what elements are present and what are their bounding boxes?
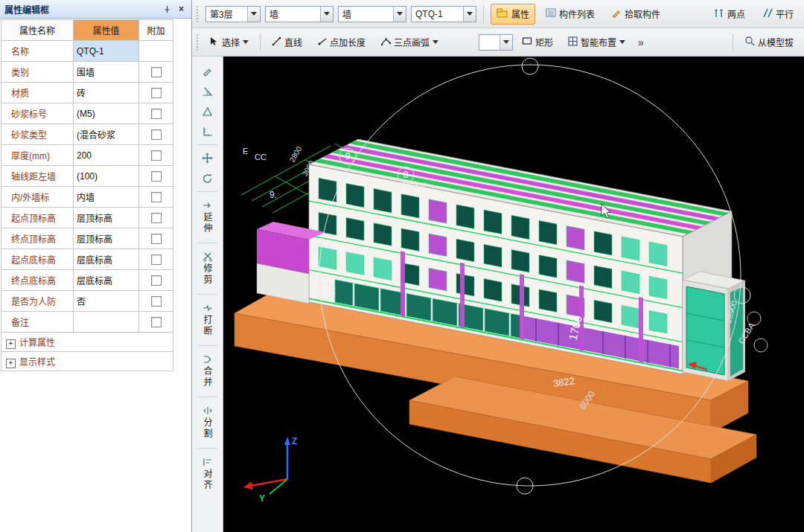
prop-value[interactable]: 层顶标高 xyxy=(74,228,139,249)
table-row: 内/外墙标 内墙 xyxy=(1,187,173,208)
prop-name: 材质 xyxy=(1,83,74,103)
two-points-button[interactable]: 两点 xyxy=(707,4,751,25)
parallel-label: 平行 xyxy=(776,7,794,20)
prop-value[interactable]: (M5) xyxy=(74,103,139,124)
smart-layout-button[interactable]: 智能布置 xyxy=(562,32,631,53)
triangle-ruler-icon[interactable] xyxy=(197,102,218,121)
axis-label-cca7: CC(A)7 xyxy=(399,182,427,190)
point-length-icon xyxy=(317,36,327,48)
table-header-row: 属性名称 属性值 附加 xyxy=(1,20,173,41)
attach-checkbox[interactable] xyxy=(151,109,162,119)
prop-value[interactable]: 层底标高 xyxy=(74,270,139,291)
attach-checkbox[interactable] xyxy=(151,150,162,161)
table-row: 砂浆类型 (混合砂浆 xyxy=(1,124,173,145)
chevron-more-icon: » xyxy=(638,36,644,48)
tool-merge-label: 合并 xyxy=(201,366,214,388)
component-select[interactable]: QTQ-1 xyxy=(411,6,476,22)
floor-select[interactable]: 第3层 xyxy=(205,6,261,22)
prop-name: 类别 xyxy=(1,62,74,83)
parallel-button[interactable]: 平行 xyxy=(756,4,800,25)
element-subtype-select[interactable]: 墙 xyxy=(338,6,406,22)
prop-value[interactable]: 200 xyxy=(74,145,139,166)
properties-button[interactable]: 属性 xyxy=(491,4,535,25)
axes-icon[interactable] xyxy=(197,122,218,141)
attach-checkbox[interactable] xyxy=(151,254,162,265)
close-icon[interactable]: × xyxy=(174,2,188,16)
tool-split[interactable]: 分割 xyxy=(200,405,214,440)
side-toolstrip: 延伸 修剪 打断 合并 分割 对齐 xyxy=(192,57,223,532)
prop-value[interactable]: QTQ-1 xyxy=(74,41,139,62)
chevron-down-icon xyxy=(619,40,625,44)
prop-value[interactable]: (100) xyxy=(74,166,139,187)
select-button[interactable]: 选择 xyxy=(204,32,255,53)
angle-measure-icon[interactable] xyxy=(197,82,218,100)
header-name: 属性名称 xyxy=(1,20,74,41)
pin-icon[interactable] xyxy=(160,2,174,16)
toolbar-overflow-button[interactable]: » xyxy=(634,32,648,53)
header-value: 属性值 xyxy=(74,20,139,41)
tool-align[interactable]: 对齐 xyxy=(200,456,214,492)
list-icon xyxy=(546,8,556,19)
line-tool-button[interactable]: 直线 xyxy=(266,32,308,53)
expand-plus-icon[interactable]: + xyxy=(6,359,16,368)
orbit-handle[interactable] xyxy=(522,58,538,74)
prop-name: 起点底标高 xyxy=(1,249,74,270)
tool-break[interactable]: 打断 xyxy=(200,302,214,338)
prop-value[interactable]: 砖 xyxy=(74,83,139,103)
from-model-button[interactable]: 从模型拔 xyxy=(738,32,800,53)
rotate-orbit-icon[interactable] xyxy=(197,169,218,188)
prop-value[interactable]: 层底标高 xyxy=(74,249,139,270)
prop-value[interactable] xyxy=(74,312,139,333)
component-list-button[interactable]: 构件列表 xyxy=(540,4,601,25)
tool-merge[interactable]: 合并 xyxy=(200,353,214,389)
attach-checkbox[interactable] xyxy=(151,234,162,244)
element-type-select[interactable]: 墙 xyxy=(265,6,334,22)
point-length-button[interactable]: 点加长度 xyxy=(311,32,371,53)
arc-mode-select[interactable] xyxy=(479,34,513,51)
table-row: 轴线距左墙 (100) xyxy=(1,166,173,187)
toolbar-draw: 选择 直线 点加长度 三点画弧 xyxy=(192,28,804,57)
prop-value[interactable]: 否 xyxy=(74,291,139,312)
pan-move-icon[interactable] xyxy=(197,149,218,167)
tool-extend-label: 延伸 xyxy=(201,212,214,234)
expand-plus-icon[interactable]: + xyxy=(6,339,16,349)
rectangle-tool-label: 矩形 xyxy=(535,36,553,48)
line-tool-label: 直线 xyxy=(284,36,302,48)
attach-checkbox[interactable] xyxy=(151,296,162,307)
property-tag-icon xyxy=(497,8,508,20)
from-model-label: 从模型拔 xyxy=(758,36,794,48)
attach-checkbox[interactable] xyxy=(151,213,162,223)
group-row-display[interactable]: +显示样式 xyxy=(1,352,173,371)
grid-dim: 2800 xyxy=(288,144,304,163)
smart-layout-label: 智能布置 xyxy=(581,36,616,48)
prop-name: 厚度(mm) xyxy=(1,145,74,166)
prop-name: 终点顶标高 xyxy=(1,228,74,249)
toolbar-grip[interactable] xyxy=(197,34,201,51)
attach-checkbox[interactable] xyxy=(151,67,162,77)
prop-attach xyxy=(139,187,173,208)
tool-trim-label: 修剪 xyxy=(201,263,214,286)
attach-checkbox[interactable] xyxy=(151,317,162,327)
attach-checkbox[interactable] xyxy=(151,88,162,98)
prop-value[interactable]: (混合砂浆 xyxy=(74,124,139,145)
rectangle-tool-button[interactable]: 矩形 xyxy=(516,32,559,53)
prop-value[interactable]: 层顶标高 xyxy=(74,208,139,228)
chevron-down-icon xyxy=(433,40,438,44)
pick-component-button[interactable]: 拾取构件 xyxy=(605,4,666,25)
tool-extend[interactable]: 延伸 xyxy=(200,199,214,235)
tool-trim[interactable]: 修剪 xyxy=(200,251,214,286)
chevron-down-icon xyxy=(463,7,476,22)
prop-value[interactable]: 围墙 xyxy=(74,62,139,83)
three-point-arc-button[interactable]: 三点画弧 xyxy=(374,32,444,53)
group-row-calc[interactable]: +计算属性 xyxy=(1,333,173,352)
prop-attach xyxy=(139,124,173,145)
prop-value[interactable]: 内墙 xyxy=(74,187,139,208)
attach-checkbox[interactable] xyxy=(151,129,162,140)
draw-pencil-icon[interactable] xyxy=(197,62,218,80)
attach-checkbox[interactable] xyxy=(151,275,162,286)
attach-checkbox[interactable] xyxy=(151,192,162,202)
attach-checkbox[interactable] xyxy=(151,171,162,182)
toolbar-grip[interactable] xyxy=(197,6,201,22)
viewport-3d[interactable]: E CC 2800 3000 3600 9. xyxy=(223,57,804,532)
prop-attach xyxy=(139,291,173,312)
